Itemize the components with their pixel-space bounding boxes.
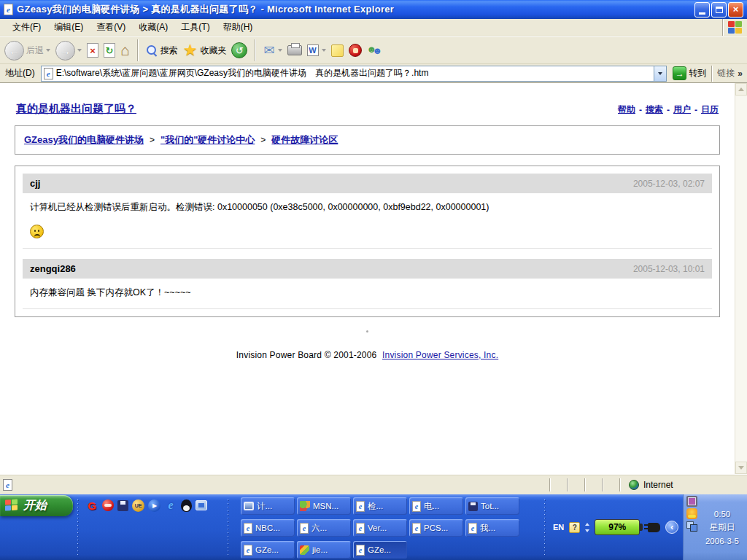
task-button[interactable]: 我... bbox=[465, 519, 519, 537]
browser-viewport: 真的是机器出问题了吗？ -帮助-搜索-用户-日历 GZeasy我们的电脑硬件讲场… bbox=[0, 83, 747, 474]
clock: 0:50 星期日 2006-3-5 bbox=[700, 494, 747, 560]
post-date: 2005-12-03, 10:01 bbox=[633, 264, 705, 274]
taskbar-grip[interactable] bbox=[77, 498, 79, 556]
address-dropdown-button[interactable] bbox=[654, 66, 666, 81]
forum-nav-link[interactable]: 用户 bbox=[673, 104, 691, 116]
refresh-button[interactable]: ↻ bbox=[104, 43, 115, 58]
display-tray-icon[interactable] bbox=[686, 496, 697, 507]
vertical-scrollbar[interactable] bbox=[735, 83, 747, 474]
breadcrumb-item: "我们的"硬件讨论中心> bbox=[160, 133, 271, 147]
breadcrumb-link[interactable]: 硬件故障讨论区 bbox=[271, 133, 338, 147]
task-app-icon bbox=[244, 545, 252, 556]
back-button-label[interactable]: 后退 bbox=[26, 44, 44, 57]
task-button[interactable]: 检... bbox=[353, 497, 407, 515]
quick-launch-icon[interactable] bbox=[117, 500, 128, 511]
menu-item[interactable]: 帮助(H) bbox=[217, 18, 260, 36]
task-label: GZe... bbox=[255, 545, 279, 554]
forum-nav-item: -帮助 bbox=[618, 104, 635, 116]
post-content: 内存兼容问题 换下内存就OK了！~~~~~ bbox=[30, 287, 705, 298]
task-button[interactable]: GZe... bbox=[241, 541, 295, 559]
task-app-icon bbox=[412, 501, 421, 512]
ie-document-icon bbox=[4, 4, 13, 15]
task-button[interactable]: MSN... bbox=[297, 497, 351, 515]
breadcrumb-link[interactable]: "我们的"硬件讨论中心 bbox=[160, 133, 255, 147]
address-input[interactable]: E:\software\系统\蓝屏问题\蓝屏网页\GZeasy我们的电脑硬件讲场… bbox=[41, 66, 667, 82]
qq-tray-icon[interactable] bbox=[686, 508, 697, 519]
breadcrumb-link[interactable]: GZeasy我们的电脑硬件讲场 bbox=[24, 133, 144, 147]
go-label: 转到 bbox=[689, 67, 706, 79]
go-button[interactable]: 转到 bbox=[670, 66, 708, 80]
task-button[interactable]: Tot... bbox=[465, 497, 519, 515]
back-button-icon[interactable] bbox=[4, 41, 24, 61]
forward-button-icon[interactable] bbox=[55, 41, 75, 61]
word-dropdown-icon bbox=[322, 49, 326, 54]
forum-nav-item: -用户 bbox=[663, 104, 691, 116]
task-button[interactable]: 六... bbox=[297, 519, 351, 537]
taskbar-grip[interactable] bbox=[227, 498, 229, 556]
task-label: GZe... bbox=[368, 545, 391, 554]
scroll-up-button[interactable] bbox=[735, 83, 747, 96]
home-button[interactable] bbox=[120, 43, 130, 58]
mail-button[interactable] bbox=[263, 42, 282, 58]
task-button[interactable]: jie... bbox=[297, 541, 351, 559]
task-button[interactable]: NBC... bbox=[241, 519, 295, 537]
refresh-icon: ↻ bbox=[106, 45, 114, 56]
task-button[interactable]: 计... bbox=[241, 497, 295, 515]
internet-globe-icon bbox=[629, 480, 639, 490]
scroll-down-button[interactable] bbox=[735, 462, 747, 474]
menu-item[interactable]: 收藏(A) bbox=[132, 18, 174, 36]
red-app-button[interactable] bbox=[349, 44, 362, 57]
quick-launch-bar bbox=[85, 497, 207, 513]
collapse-tray-button[interactable] bbox=[665, 521, 678, 534]
history-button[interactable] bbox=[231, 42, 247, 58]
menu-item[interactable]: 文件(F) bbox=[6, 18, 47, 36]
forum-nav-link[interactable]: 帮助 bbox=[618, 104, 635, 116]
start-button[interactable]: 开始 bbox=[0, 495, 73, 516]
print-button[interactable] bbox=[287, 45, 302, 55]
back-dropdown-icon[interactable] bbox=[46, 49, 50, 54]
menu-item[interactable]: 工具(T) bbox=[174, 18, 216, 36]
notes-button[interactable] bbox=[331, 44, 344, 57]
links-chevron-icon[interactable]: » bbox=[738, 69, 743, 79]
links-bar[interactable]: 链接 » bbox=[712, 66, 744, 82]
minimize-button[interactable] bbox=[694, 2, 710, 18]
menu-item[interactable]: 编辑(E) bbox=[47, 18, 90, 36]
quick-launch-icon[interactable] bbox=[196, 500, 207, 510]
messenger-button[interactable] bbox=[367, 44, 382, 57]
favorites-button[interactable]: 收藏夹 bbox=[183, 43, 227, 58]
restore-button[interactable] bbox=[711, 2, 727, 18]
forward-dropdown-icon[interactable] bbox=[77, 49, 82, 54]
forum-nav-link[interactable]: 日历 bbox=[701, 104, 719, 116]
quick-launch-icon[interactable] bbox=[164, 499, 177, 512]
breadcrumb-item: 硬件故障讨论区> bbox=[271, 133, 338, 147]
search-button[interactable]: 搜索 bbox=[146, 44, 178, 57]
task-button[interactable]: 电... bbox=[409, 497, 463, 515]
ime-options-icon[interactable] bbox=[585, 521, 589, 534]
quick-launch-icon[interactable] bbox=[132, 499, 144, 512]
topic-title-link[interactable]: 真的是机器出问题了吗？ bbox=[16, 102, 136, 116]
quick-launch-icon[interactable] bbox=[148, 499, 160, 512]
language-indicator[interactable]: EN bbox=[553, 523, 564, 532]
quick-launch-icon[interactable] bbox=[181, 499, 192, 512]
quick-launch-icon[interactable] bbox=[85, 499, 98, 512]
stop-button[interactable]: × bbox=[87, 43, 98, 58]
battery-indicator[interactable]: 97% bbox=[595, 519, 640, 535]
menu-item[interactable]: 查看(V) bbox=[90, 18, 132, 36]
quick-launch-icon[interactable] bbox=[102, 499, 114, 511]
power-plug-icon bbox=[648, 523, 660, 532]
ime-help-icon[interactable]: ? bbox=[569, 522, 580, 533]
close-button[interactable] bbox=[728, 2, 743, 18]
system-tray: EN ? 97% bbox=[546, 494, 683, 560]
taskbar: 开始 计... MSN... 检... 电... Tot... bbox=[0, 494, 747, 560]
task-app-icon bbox=[412, 523, 421, 534]
address-value: E:\software\系统\蓝屏问题\蓝屏网页\GZeasy我们的电脑硬件讲场… bbox=[56, 67, 651, 79]
forum-nav-link[interactable]: 搜索 bbox=[646, 104, 663, 116]
task-button[interactable]: Ver... bbox=[353, 519, 407, 537]
task-app-icon bbox=[300, 501, 310, 511]
task-button[interactable]: GZe... bbox=[353, 541, 407, 559]
network-tray-icon[interactable] bbox=[686, 521, 697, 532]
task-label: 六... bbox=[311, 523, 327, 534]
edit-with-word-button[interactable] bbox=[307, 44, 326, 56]
task-button[interactable]: PCS... bbox=[409, 519, 463, 537]
footer-services-link[interactable]: Invision Power Services, Inc. bbox=[382, 350, 498, 360]
